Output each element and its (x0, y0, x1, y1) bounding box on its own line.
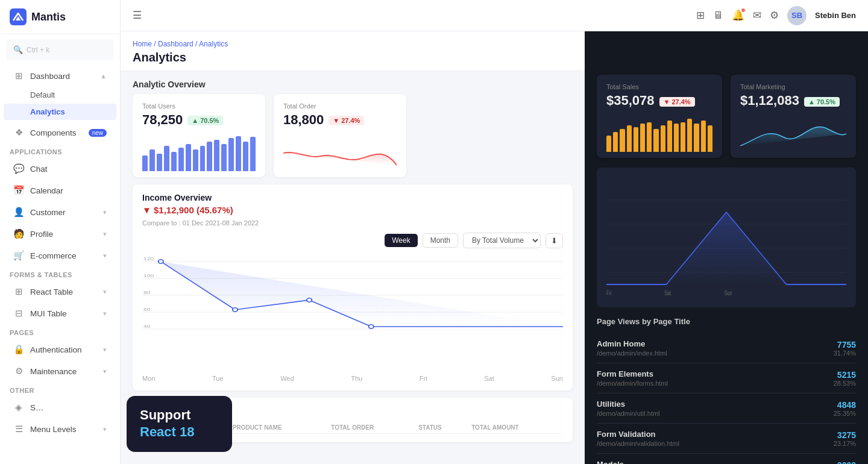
week-button[interactable]: Week (385, 234, 417, 247)
sidebar-item-dashboard[interactable]: ⊞ Dashboard ▲ (4, 66, 116, 86)
sidebar-customer-label: Customer (30, 208, 66, 217)
pv-pct: 28.53% (834, 380, 856, 387)
download-button[interactable]: ⬇ (546, 233, 563, 248)
pv-info: Utilities /demo/admin/util.html (597, 400, 660, 417)
pv-stats: 7755 31.74% (834, 340, 856, 357)
react-18-label: React 18 (140, 424, 219, 441)
chevron-down-icon-7: ▾ (103, 368, 107, 375)
arrow-down-icon: ▼ (333, 117, 339, 124)
pv-pct: 23.17% (834, 440, 856, 447)
sidebar-item-profile[interactable]: 🧑 Profile ▾ (4, 224, 116, 244)
pv-stats: 4848 25.35% (834, 400, 856, 417)
notification-icon[interactable]: 🔔 (732, 9, 744, 22)
total-users-label: Total Users (142, 102, 256, 110)
dashboard-icon: ⊞ (13, 71, 24, 81)
total-order-chart (283, 135, 397, 171)
chevron-down-icon-2: ▾ (103, 230, 107, 238)
chevron-down-icon-6: ▾ (103, 346, 107, 354)
total-sales-card: Total Sales $35,078 ▼ 27.4% (597, 75, 722, 158)
sidebar-item-customer[interactable]: 👤 Customer ▾ (4, 202, 116, 222)
total-order-card: Total Order 18,800 ▼ 27.4% (274, 94, 406, 177)
support-popup[interactable]: Support React 18 (127, 396, 232, 452)
settings-icon[interactable]: ⚙ (770, 9, 779, 22)
income-value: ▼ $1,12,900 (45.67%) (142, 205, 233, 215)
mui-icon: ⊟ (13, 308, 24, 319)
chevron-down-icon-3: ▾ (103, 252, 107, 260)
menu-icon: ☰ (13, 424, 24, 434)
page-views-rows: Admin Home /demo/admin/index.html 7755 3… (597, 333, 856, 464)
sidebar-item-authentication[interactable]: 🔒 Authentication ▾ (4, 339, 116, 360)
chevron-down-icon-5: ▾ (103, 310, 107, 318)
hamburger-icon[interactable]: ☰ (133, 9, 142, 22)
month-button[interactable]: Month (423, 233, 458, 248)
page-view-row: Form Validation /demo/admin/validation.h… (597, 424, 856, 454)
sidebar-dashboard-group: ⊞ Dashboard ▲ Default Analytics (0, 65, 120, 121)
total-users-value: 78,250 (142, 112, 183, 128)
avatar[interactable]: SB (787, 6, 807, 25)
svg-text:Sun: Sun (725, 290, 732, 296)
sidebar-item-react-table[interactable]: ⊞ React Table ▾ (4, 281, 116, 302)
chevron-down-icon-4: ▾ (103, 288, 107, 296)
svg-point-12 (233, 308, 237, 312)
sidebar-item-menu-levels[interactable]: ☰ Menu Levels ▾ (4, 419, 116, 439)
sidebar-item-mui-table[interactable]: ⊟ MUI Table ▾ (4, 303, 116, 324)
pv-title: Modals (597, 460, 673, 464)
search-placeholder: Ctrl + k (27, 46, 49, 54)
svg-text:100: 100 (143, 273, 154, 278)
page-views-section: Page Views by Page Title Admin Home /dem… (597, 317, 856, 464)
breadcrumb-dashboard[interactable]: Dashboard (158, 40, 193, 48)
sidebar-logo-text: Mantis (31, 11, 66, 24)
sidebar-ecommerce-label: E-commerce (30, 251, 77, 260)
sidebar-calendar-label: Calendar (30, 186, 63, 195)
grid-icon[interactable]: ⊞ (696, 9, 705, 22)
pv-count: 3275 (834, 430, 856, 440)
sidebar-sub-item-analytics[interactable]: Analytics (4, 104, 116, 120)
pv-title: Admin Home (597, 339, 667, 348)
total-order-label: Total Order (283, 102, 397, 110)
support-popup-text: Support React 18 (140, 407, 219, 441)
monitor-icon[interactable]: 🖥 (713, 10, 723, 22)
arrow-up-icon: ▲ (192, 117, 198, 124)
sidebar-search[interactable]: 🔍 Ctrl + k (6, 39, 114, 60)
components-badge: new (89, 129, 107, 137)
chat-icon: 💬 (13, 163, 24, 174)
pv-url: /demo/admin/util.html (597, 410, 660, 417)
total-sales-chart (606, 116, 712, 152)
sidebar-item-chat[interactable]: 💬 Chat (4, 158, 116, 179)
sidebar-profile-label: Profile (30, 230, 53, 239)
pv-stats: 3275 23.17% (834, 430, 856, 447)
avatar-initials: SB (791, 11, 802, 20)
sidebar-auth-label: Authentication (30, 345, 82, 354)
sidebar-item-components[interactable]: ❖ Components new (4, 122, 116, 143)
ecommerce-icon: 🛒 (13, 250, 24, 261)
sidebar-analytics-label: Analytics (30, 107, 65, 116)
pv-stats: 5215 28.53% (834, 370, 856, 387)
volume-select[interactable]: By Total Volume (463, 233, 541, 248)
analytic-overview-title: Analytic Overview (121, 71, 585, 94)
arrow-up-icon-2: ▲ (808, 98, 815, 105)
sidebar-sample-label: S… (30, 403, 44, 412)
customer-icon: 👤 (13, 207, 24, 218)
svg-text:120: 120 (143, 256, 154, 262)
total-sales-label: Total Sales (606, 83, 712, 90)
page-header: Home / Dashboard / Analytics Analytics (121, 31, 585, 71)
sidebar-item-calendar[interactable]: 📅 Calendar (4, 180, 116, 201)
applications-section-label: Applications (0, 143, 120, 158)
x-label-fri: Fri (420, 375, 427, 382)
col-total-amount: Total Amount (468, 422, 563, 434)
x-label-sat: Sat (484, 375, 494, 382)
sidebar-item-maintenance[interactable]: ⚙ Maintenance ▾ (4, 361, 116, 381)
breadcrumb-home[interactable]: Home (133, 40, 152, 48)
sidebar-item-sample[interactable]: ◈ S… (4, 397, 116, 418)
other-section-label: Other (0, 382, 120, 397)
svg-point-11 (159, 260, 163, 263)
sidebar-item-ecommerce[interactable]: 🛒 E-commerce ▾ (4, 245, 116, 266)
pv-count: 7755 (834, 340, 856, 350)
sidebar-maintenance-label: Maintenance (30, 367, 77, 376)
sample-icon: ◈ (13, 402, 24, 413)
maintenance-icon: ⚙ (13, 366, 24, 377)
mail-icon[interactable]: ✉ (753, 9, 761, 22)
income-chart: 120 100 80 60 40 (142, 252, 563, 372)
sidebar-sub-item-default[interactable]: Default (4, 87, 116, 103)
total-sales-badge: ▼ 27.4% (659, 97, 695, 107)
